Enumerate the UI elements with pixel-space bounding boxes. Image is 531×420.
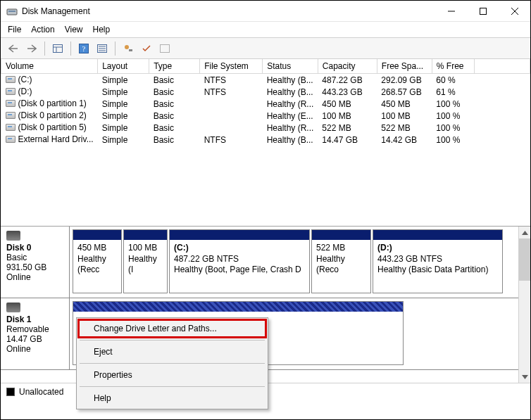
partition-stripe [170,230,309,240]
separator [80,363,265,364]
cell-volume: (Disk 0 partition 1) [18,98,87,108]
ctx-change-drive-letter[interactable]: Change Drive Letter and Paths... [78,319,266,338]
drive-icon [6,112,15,119]
col-free[interactable]: Free Spa... [377,59,432,74]
col-volume[interactable]: Volume [1,59,98,74]
cell-capacity: 14.47 GB [318,134,377,146]
ctx-help[interactable]: Help [78,389,266,407]
partition-size: 487.22 GB NTFS [174,254,239,264]
separator [80,340,265,341]
partition[interactable]: 450 MBHealthy (Recc [73,229,122,293]
disk-state: Online [6,344,31,354]
titlebar: Disk Management [1,1,530,22]
svg-rect-1 [8,11,15,12]
ctx-eject[interactable]: Eject [78,343,266,361]
table-row[interactable]: (D:)SimpleBasicNTFSHealthy (B...443.23 G… [1,86,530,98]
scrollbar-vertical[interactable] [518,227,530,383]
partition-status: Healthy (Reco [316,254,345,275]
disk-header[interactable]: Disk 1Removable14.47 GBOnline [1,298,70,369]
disk-header[interactable]: Disk 0Basic931.50 GBOnline [1,227,70,298]
cell-status: Healthy (R... [263,122,318,134]
action-icon[interactable] [120,40,137,57]
partition[interactable]: 522 MBHealthy (Reco [311,229,371,293]
drive-icon [6,88,15,95]
col-status[interactable]: Status [263,59,318,74]
panel-icon[interactable] [49,40,66,57]
cell-type: Basic [149,122,200,134]
cell-pct: 60 % [432,74,474,87]
cell-type: Basic [149,134,200,146]
cell-free: 292.09 GB [377,74,432,87]
partition-stripe [73,302,403,312]
drive-icon [6,76,15,83]
cell-pct: 100 % [432,110,474,122]
table-row[interactable]: External Hard Driv...SimpleBasicNTFSHeal… [1,134,530,146]
table-row[interactable]: (C:)SimpleBasicNTFSHealthy (B...487.22 G… [1,74,530,87]
cell-free: 522 MB [377,122,432,134]
partition-status: Healthy (I [128,254,157,275]
drive-icon [6,100,15,107]
menu-file[interactable]: File [8,25,21,34]
cell-status: Healthy (B... [263,74,318,87]
help-icon[interactable]: ? [75,40,92,57]
disk-row: Disk 0Basic931.50 GBOnline450 MBHealthy … [1,227,518,298]
cell-fs: NTFS [200,86,263,98]
ctx-properties[interactable]: Properties [78,366,266,384]
partition[interactable]: (D:)443.23 GB NTFSHealthy (Basic Data Pa… [373,229,503,293]
volume-table: Volume Layout Type File System Status Ca… [1,59,530,227]
scroll-up-icon[interactable] [519,227,530,238]
table-header-row: Volume Layout Type File System Status Ca… [1,59,530,74]
partition-status: Healthy (Boot, Page File, Crash D [174,265,301,274]
scroll-track[interactable] [519,238,530,371]
separator [115,42,115,56]
table-row[interactable]: (Disk 0 partition 5)SimpleBasicHealthy (… [1,122,530,134]
disk-type: Basic [6,253,27,262]
disk-size: 931.50 GB [6,262,46,272]
col-filesystem[interactable]: File System [200,59,263,74]
minimize-button[interactable] [435,1,467,21]
partition-title: (D:) [377,243,392,253]
context-menu: Change Drive Letter and Paths... Eject P… [76,317,268,409]
cell-layout: Simple [98,110,149,122]
col-capacity[interactable]: Capacity [318,59,377,74]
cell-capacity: 100 MB [318,110,377,122]
partition[interactable]: 100 MBHealthy (I [123,229,168,293]
partition-stripe [124,230,167,240]
svg-line-5 [511,8,518,15]
partition-title: (C:) [174,243,189,253]
back-button[interactable] [5,40,22,57]
blank-icon[interactable] [156,40,173,57]
scroll-down-icon[interactable] [519,371,530,383]
list-icon[interactable] [94,40,111,57]
swatch-unallocated [6,388,15,396]
cell-capacity: 522 MB [318,122,377,134]
svg-point-15 [125,45,129,49]
maximize-button[interactable] [467,1,499,21]
table-row[interactable]: (Disk 0 partition 2)SimpleBasicHealthy (… [1,110,530,122]
menubar: File Action View Help [1,22,530,38]
cell-volume: (D:) [18,87,32,96]
cell-type: Basic [149,86,200,98]
col-pctfree[interactable]: % Free [432,59,474,74]
close-button[interactable] [499,1,530,21]
col-layout[interactable]: Layout [98,59,149,74]
svg-rect-6 [54,44,63,52]
cell-layout: Simple [98,98,149,110]
cell-volume: (C:) [18,75,32,84]
scroll-thumb[interactable] [519,238,530,281]
toolbar: ? [1,38,530,59]
cell-free: 268.57 GB [377,86,432,98]
menu-help[interactable]: Help [93,25,111,34]
col-type[interactable]: Type [149,59,200,74]
separator [70,42,71,56]
cell-fs: NTFS [200,134,263,146]
table-row[interactable]: (Disk 0 partition 1)SimpleBasicHealthy (… [1,98,530,110]
cell-pct: 100 % [432,122,474,134]
menu-action[interactable]: Action [31,25,54,34]
col-spacer [474,59,530,74]
partition-stripe [312,230,370,240]
menu-view[interactable]: View [65,25,83,34]
check-icon[interactable] [138,40,155,57]
partition[interactable]: (C:)487.22 GB NTFSHealthy (Boot, Page Fi… [169,229,310,293]
forward-button[interactable] [23,40,40,57]
